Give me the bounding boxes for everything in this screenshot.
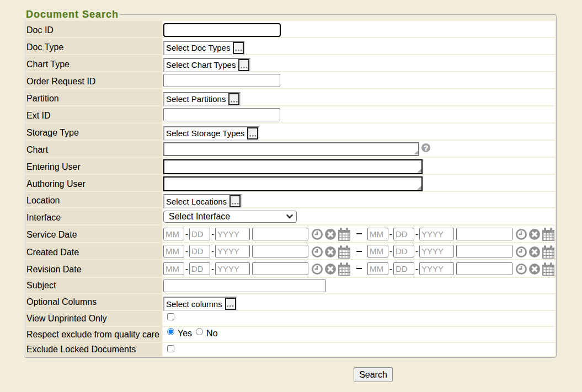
svg-text:?: ? bbox=[424, 143, 428, 152]
